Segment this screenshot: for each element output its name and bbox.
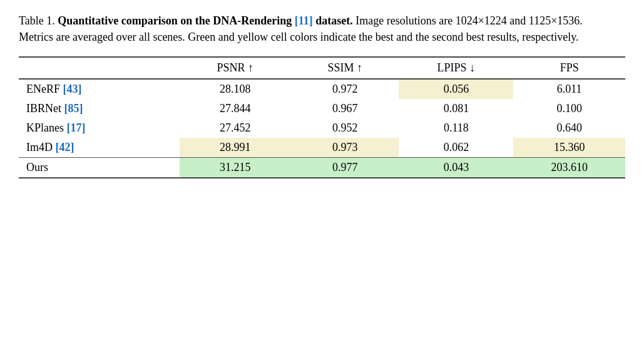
- cell-method: KPlanes [17]: [19, 118, 180, 138]
- col-fps: FPS: [513, 57, 625, 79]
- cell-ours-fps: 203.610: [513, 158, 625, 179]
- cell-fps: 15.360: [513, 138, 625, 158]
- dataset-word: dataset.: [315, 14, 353, 27]
- cell-fps: 0.640: [513, 118, 625, 138]
- cell-psnr: 27.452: [180, 118, 292, 138]
- cell-method: ENeRF [43]: [19, 79, 180, 99]
- cell-lpips: 0.056: [399, 79, 513, 99]
- cell-lpips: 0.081: [399, 99, 513, 118]
- title-text: Quantitative comparison on the DNA-Rende…: [58, 14, 292, 27]
- table-label: Table 1.: [19, 14, 55, 27]
- table-row: ENeRF [43]28.1080.9720.0566.011: [19, 79, 625, 99]
- col-lpips: LPIPS ↓: [399, 57, 513, 79]
- cell-psnr: 27.844: [180, 99, 292, 118]
- caption: Table 1. Quantitative comparison on the …: [19, 13, 625, 45]
- desc1: Image resolutions are 1024×1224 and 1125…: [353, 14, 583, 27]
- cell-ours-lpips: 0.043: [399, 158, 513, 179]
- ours-row: Ours31.2150.9770.043203.610: [19, 158, 625, 179]
- ref-11-link[interactable]: [11]: [295, 14, 313, 27]
- cell-fps: 6.011: [513, 79, 625, 99]
- cell-lpips: 0.118: [399, 118, 513, 138]
- cell-psnr: 28.108: [180, 79, 292, 99]
- col-ssim: SSIM ↑: [291, 57, 399, 79]
- cell-method: Im4D [42]: [19, 138, 180, 158]
- cell-psnr: 28.991: [180, 138, 292, 158]
- method-ref[interactable]: [17]: [67, 122, 86, 134]
- table-row: KPlanes [17]27.4520.9520.1180.640: [19, 118, 625, 138]
- table-header-row: PSNR ↑ SSIM ↑ LPIPS ↓ FPS: [19, 57, 625, 79]
- cell-ssim: 0.967: [291, 99, 399, 118]
- cell-ours-ssim: 0.977: [291, 158, 399, 179]
- col-method: [19, 57, 180, 79]
- cell-fps: 0.100: [513, 99, 625, 118]
- method-ref[interactable]: [85]: [64, 102, 83, 115]
- cell-method: IBRNet [85]: [19, 99, 180, 118]
- comparison-table: PSNR ↑ SSIM ↑ LPIPS ↓ FPS ENeRF [43]28.1…: [19, 56, 625, 179]
- desc2: Metrics are averaged over all scenes. Gr…: [19, 31, 578, 43]
- cell-ssim: 0.952: [291, 118, 399, 138]
- method-ref[interactable]: [43]: [63, 83, 82, 95]
- col-psnr: PSNR ↑: [180, 57, 292, 79]
- table-row: IBRNet [85]27.8440.9670.0810.100: [19, 99, 625, 118]
- cell-ssim: 0.972: [291, 79, 399, 99]
- cell-lpips: 0.062: [399, 138, 513, 158]
- table-row: Im4D [42]28.9910.9730.06215.360: [19, 138, 625, 158]
- cell-ours-psnr: 31.215: [180, 158, 292, 179]
- cell-ssim: 0.973: [291, 138, 399, 158]
- cell-ours-method: Ours: [19, 158, 180, 179]
- method-ref[interactable]: [42]: [56, 141, 74, 153]
